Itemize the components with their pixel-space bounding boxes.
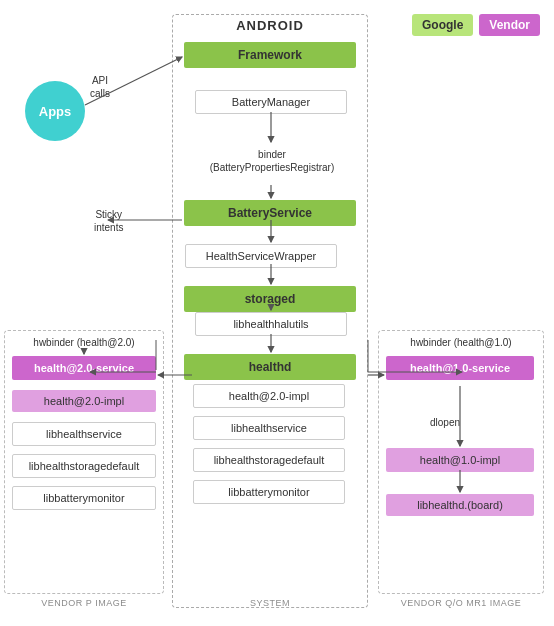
battery-manager-box: BatteryManager (195, 90, 347, 114)
health10-impl-vo-box: health@1.0-impl (386, 448, 534, 472)
framework-box: Framework (184, 42, 356, 68)
health20-impl-vp-box: health@2.0-impl (12, 390, 156, 412)
libhealthstoragedefault-sys-box: libhealthstoragedefault (193, 448, 345, 472)
healthd-box: healthd (184, 354, 356, 380)
vendor-qo-label: VENDOR Q/O MR1 IMAGE (378, 598, 544, 608)
health-service-wrapper-box: HealthServiceWrapper (185, 244, 337, 268)
libhealthhalutils-box: libhealthhalutils (195, 312, 347, 336)
binder-label: binder (BatteryPropertiesRegistrar) (188, 148, 356, 174)
libhealthservice-sys-box: libhealthservice (193, 416, 345, 440)
vendor-p-label: VENDOR P IMAGE (4, 598, 164, 608)
health10-service-vo-box: health@1.0-service (386, 356, 534, 380)
android-title: ANDROID (172, 18, 368, 33)
api-calls-label: API calls (90, 74, 110, 100)
health20-service-vp-box: health@2.0-service (12, 356, 156, 380)
system-label: SYSTEM (172, 598, 368, 608)
health20-impl-sys-box: health@2.0-impl (193, 384, 345, 408)
legend: Google Vendor (412, 14, 540, 36)
apps-circle: Apps (25, 81, 85, 141)
libbatterymonitor-vp-box: libbatterymonitor (12, 486, 156, 510)
hwbinder-10-right-label: hwbinder (health@1.0) (378, 336, 544, 349)
diagram-container: Google Vendor ANDROID VENDOR P IMAGE SYS… (0, 0, 554, 626)
battery-service-box: BatteryService (184, 200, 356, 226)
sticky-intents-label: Sticky intents (94, 208, 123, 234)
hwbinder-20-left-label: hwbinder (health@2.0) (4, 336, 164, 349)
libhealthstoragedefault-vp-box: libhealthstoragedefault (12, 454, 156, 478)
libbatterymonitor-sys-box: libbatterymonitor (193, 480, 345, 504)
libhealthd-board-box: libhealthd.(board) (386, 494, 534, 516)
libhealthservice-vp-box: libhealthservice (12, 422, 156, 446)
storaged-box: storaged (184, 286, 356, 312)
legend-google: Google (412, 14, 473, 36)
dlopen-label: dlopen (430, 416, 460, 429)
legend-vendor: Vendor (479, 14, 540, 36)
